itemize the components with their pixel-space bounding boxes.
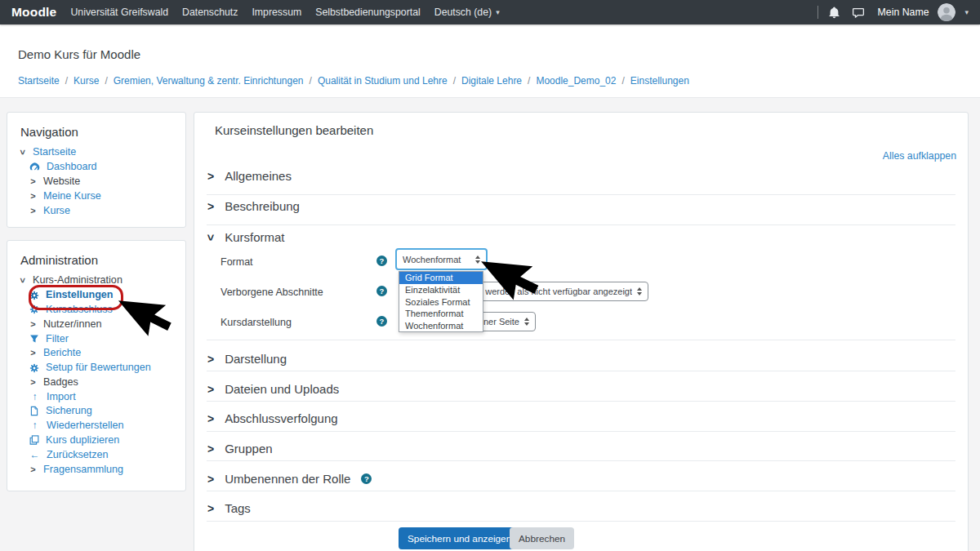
- sidebar-item-label: Setup für Bewertungen: [46, 362, 151, 373]
- arrow-left-icon: ←: [29, 450, 40, 460]
- breadcrumb-gremien[interactable]: Gremien, Verwaltung & zentr. Einrichtung…: [114, 75, 304, 87]
- messages-button[interactable]: [851, 5, 866, 20]
- chevron-right-icon: >: [29, 348, 37, 358]
- moodle-logo[interactable]: Moodle: [11, 5, 56, 20]
- hidden-sections-label: Verborgene Abschnitte: [220, 287, 323, 298]
- sidebar-item-wiederherstellen[interactable]: ↑ Wiederherstellen: [7, 419, 185, 433]
- sidebar-item-kurs-administration[interactable]: > Kurs-Administration: [7, 273, 185, 288]
- sidebar-item-einstellungen[interactable]: Einstellungen: [7, 288, 185, 303]
- breadcrumb-einstellungen[interactable]: Einstellungen: [630, 75, 689, 87]
- arrow-up-icon: ↑: [29, 420, 40, 431]
- dropdown-option-themenformat[interactable]: Themenformat: [399, 308, 483, 320]
- breadcrumb-moodle-demo[interactable]: Moodle_Demo_02: [536, 75, 616, 87]
- avatar[interactable]: [938, 3, 956, 21]
- section-tags[interactable]: > Tags: [207, 501, 251, 515]
- sidebar-item-startseite[interactable]: > Startseite: [7, 145, 185, 160]
- language-label: Deutsch (de): [434, 7, 492, 18]
- top-navbar: Moodle Universität Greifswald Datenschut…: [0, 0, 980, 24]
- section-darstellung[interactable]: > Darstellung: [207, 352, 287, 366]
- section-gruppen[interactable]: > Gruppen: [207, 442, 273, 455]
- section-dateien-und-uploads[interactable]: > Dateien und Uploads: [207, 382, 339, 396]
- sidebar-item-sicherung[interactable]: Sicherung: [7, 404, 185, 419]
- sidebar-item-badges[interactable]: > Badges: [7, 375, 185, 389]
- sidebar-item-fragensammlung[interactable]: > Fragensammlung: [7, 462, 185, 477]
- section-label: Umbenennen der Rolle: [225, 472, 350, 486]
- sidebar-item-kurs-duplizieren[interactable]: Kurs duplizieren: [7, 433, 185, 448]
- notifications-button[interactable]: [827, 5, 842, 20]
- sidebar-item-label: Filter: [46, 334, 69, 344]
- sidebar-item-label: Kurse: [43, 206, 70, 216]
- help-icon[interactable]: ?: [376, 286, 387, 296]
- section-divider: [207, 491, 956, 491]
- copy-icon: [29, 435, 39, 445]
- sidebar-item-meine-kurse[interactable]: > Meine Kurse: [7, 189, 185, 203]
- chevron-down-icon: >: [17, 277, 28, 284]
- sidebar-item-label: Import: [47, 392, 76, 402]
- navbar-link-impressum[interactable]: Impressum: [252, 7, 301, 18]
- sidebar-item-import[interactable]: ↑ Import: [7, 389, 185, 404]
- sidebar-item-website[interactable]: > Website: [7, 175, 185, 189]
- dropdown-option-grid-format[interactable]: Grid Format: [399, 272, 483, 284]
- help-icon[interactable]: ?: [361, 473, 372, 484]
- gauge-icon: [29, 162, 40, 172]
- section-divider: [207, 371, 956, 371]
- format-select[interactable]: Wochenformat: [395, 248, 488, 270]
- format-dropdown-list: Grid Format Einzelaktivität Soziales For…: [399, 271, 483, 332]
- help-icon[interactable]: ?: [376, 256, 387, 266]
- select-arrows-icon: [475, 256, 480, 264]
- navbar-divider: [817, 6, 818, 19]
- sidebar-item-filter[interactable]: Filter: [7, 331, 185, 346]
- expand-all-link[interactable]: Alles aufklappen: [883, 150, 956, 162]
- section-label: Beschreibung: [225, 199, 300, 213]
- sidebar-item-label: Kurs duplizieren: [46, 435, 119, 446]
- chevron-down-icon: ▾: [496, 9, 500, 16]
- sidebar-item-label: Zurücksetzen: [47, 450, 109, 460]
- sidebar-item-label: Einstellungen: [46, 290, 114, 300]
- select-arrows-icon: [524, 318, 529, 326]
- sidebar-item-zuruecksetzen[interactable]: ← Zurücksetzen: [7, 447, 185, 462]
- section-divider: [207, 460, 956, 461]
- breadcrumb-startseite[interactable]: Startseite: [18, 75, 60, 87]
- sidebar-item-setup-bewertungen[interactable]: Setup für Bewertungen: [7, 361, 185, 375]
- breadcrumb-qualitaet[interactable]: Qualität in Studium und Lehre: [318, 75, 448, 87]
- navbar-link-universitaet[interactable]: Universität Greifswald: [70, 7, 168, 18]
- sidebar-item-label: Website: [43, 176, 80, 187]
- chevron-down-icon: >: [204, 233, 217, 240]
- user-menu-chevron-icon[interactable]: ▾: [964, 9, 969, 16]
- navbar-link-datenschutz[interactable]: Datenschutz: [182, 7, 238, 18]
- sidebar-item-kurse[interactable]: > Kurse: [7, 203, 185, 218]
- section-umbenennen-der-rolle[interactable]: > Umbenennen der Rolle ?: [207, 472, 372, 486]
- save-and-display-button[interactable]: Speichern und anzeigen: [399, 527, 520, 549]
- administration-tree: > Kurs-Administration Einstellungen Kurs…: [7, 273, 185, 477]
- cancel-button[interactable]: Abbrechen: [510, 527, 574, 549]
- navbar-link-selbstbedienungsportal[interactable]: Selbstbedienungsportal: [315, 7, 421, 18]
- sidebar-item-nutzer-innen[interactable]: > Nutzer/innen: [7, 317, 185, 331]
- dropdown-option-soziales-format[interactable]: Soziales Format: [399, 295, 483, 308]
- section-label: Dateien und Uploads: [225, 382, 339, 396]
- sidebar-item-kursabschluss[interactable]: Kursabschluss: [7, 303, 185, 318]
- chevron-right-icon: >: [29, 176, 37, 187]
- breadcrumb-digitale-lehre[interactable]: Digitale Lehre: [461, 75, 522, 87]
- section-label: Allgemeines: [225, 169, 292, 183]
- help-icon[interactable]: ?: [376, 316, 387, 327]
- breadcrumb-separator: /: [528, 75, 530, 87]
- chevron-right-icon: >: [29, 464, 37, 475]
- arrow-up-icon: ↑: [29, 392, 40, 402]
- navigation-block: Navigation > Startseite Dashboard > Webs…: [7, 112, 186, 228]
- dropdown-option-einzelaktivitaet[interactable]: Einzelaktivität: [399, 284, 483, 296]
- page-header: Demo Kurs für Moodle Startseite / Kurse …: [0, 24, 980, 98]
- section-kursformat[interactable]: > Kursformat: [207, 230, 285, 244]
- dropdown-option-wochenformat[interactable]: Wochenformat: [399, 320, 483, 332]
- sidebar-item-berichte[interactable]: > Berichte: [7, 346, 185, 361]
- sidebar-item-dashboard[interactable]: Dashboard: [7, 160, 185, 175]
- chevron-right-icon: >: [207, 353, 214, 366]
- section-abschlussverfolgung[interactable]: > Abschlussverfolgung: [207, 411, 338, 425]
- section-beschreibung[interactable]: > Beschreibung: [207, 199, 300, 213]
- sidebar-item-label: Badges: [43, 377, 78, 388]
- sidebar-item-label: Dashboard: [47, 162, 97, 172]
- breadcrumb-kurse[interactable]: Kurse: [74, 75, 99, 87]
- chevron-right-icon: >: [29, 191, 37, 202]
- language-menu[interactable]: Deutsch (de) ▾: [434, 7, 500, 18]
- chevron-right-icon: >: [207, 200, 214, 213]
- section-allgemeines[interactable]: > Allgemeines: [207, 169, 292, 183]
